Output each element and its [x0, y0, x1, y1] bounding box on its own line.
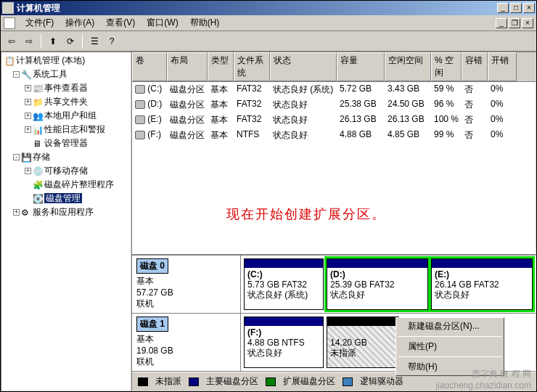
window-title: 计算机管理: [17, 2, 496, 15]
tree-perf[interactable]: +📊性能日志和警报: [3, 123, 129, 136]
properties-button[interactable]: ☰: [86, 33, 102, 49]
col-layout[interactable]: 布局: [167, 52, 208, 81]
volume-icon: [135, 115, 145, 124]
mdi-minimize-button[interactable]: _: [496, 18, 507, 28]
disk-0-status: 联机: [136, 298, 154, 309]
expand-icon[interactable]: -: [13, 154, 20, 160]
menu-window[interactable]: 窗口(W): [141, 15, 184, 30]
volume-icon: [135, 100, 145, 109]
tree-diskmgmt[interactable]: 💽磁盘管理: [3, 192, 129, 205]
menubar: 文件(F) 操作(A) 查看(V) 窗口(W) 帮助(H) _ ❐ ×: [1, 15, 536, 31]
disk-1-type: 基本: [136, 334, 154, 344]
partition-f[interactable]: (F:)4.88 GB NTFS状态良好: [244, 317, 324, 368]
expand-icon[interactable]: +: [25, 126, 31, 133]
close-button[interactable]: ×: [523, 3, 535, 13]
ctx-properties[interactable]: 属性(P): [396, 338, 504, 355]
mdi-restore-button[interactable]: ❐: [509, 18, 520, 28]
expand-icon[interactable]: +: [13, 209, 20, 216]
partition-unallocated[interactable]: 14.20 GB未指派: [327, 317, 399, 368]
volume-row[interactable]: (C:)磁盘分区基本FAT32状态良好 (系统)5.72 GB3.43 GB59…: [132, 82, 536, 97]
up-button[interactable]: ⬆: [45, 33, 61, 49]
tree-shared[interactable]: +📁共享文件夹: [3, 95, 129, 109]
col-pctfree[interactable]: % 空闲: [431, 52, 462, 81]
disk-0-size: 57.27 GB: [136, 287, 173, 298]
expand-icon[interactable]: +: [25, 85, 31, 91]
tree-panel[interactable]: 📋计算机管理 (本地) -🔧系统工具 +📰事件查看器 +📁共享文件夹 +👥本地用…: [1, 52, 131, 391]
expand-icon[interactable]: +: [25, 168, 31, 174]
watermark: 查字典 教 程 网 jiaocheng.chazidian.com: [436, 368, 531, 391]
col-status[interactable]: 状态: [270, 52, 337, 81]
volume-row[interactable]: (F:)磁盘分区基本NTFS状态良好4.88 GB4.85 GB99 %否0%: [132, 128, 536, 143]
right-panel: 卷 布局 类型 文件系统 状态 容量 空闲空间 % 空闲 容错 开销 (C:)磁…: [131, 52, 536, 391]
expand-icon[interactable]: +: [25, 113, 31, 119]
annotation-text: 现在开始创建扩展分区。: [226, 205, 386, 223]
volume-icon: [135, 131, 145, 139]
tree-defrag[interactable]: 🧩磁盘碎片整理程序: [3, 178, 129, 192]
partition-d[interactable]: (D:)25.39 GB FAT32状态良好: [327, 258, 428, 310]
back-button[interactable]: ⇦: [4, 33, 20, 49]
col-ft[interactable]: 容错: [462, 52, 488, 81]
legend-logical-swatch: [343, 377, 353, 386]
tree-systools[interactable]: -🔧系统工具: [3, 68, 129, 81]
tree-users[interactable]: +👥本地用户和组: [3, 109, 129, 123]
partition-e[interactable]: (E:)26.14 GB FAT32状态良好: [431, 258, 533, 310]
volume-row[interactable]: (D:)磁盘分区基本FAT32状态良好25.38 GB24.50 GB96 %否…: [132, 97, 536, 113]
tree-eventviewer[interactable]: +📰事件查看器: [3, 81, 129, 95]
menu-help[interactable]: 帮助(H): [184, 15, 226, 30]
menu-view[interactable]: 查看(V): [100, 15, 141, 30]
maximize-button[interactable]: □: [510, 3, 522, 13]
titlebar: 计算机管理 _ □ ×: [1, 1, 536, 15]
disk-0-row: 磁盘 0 基本 57.27 GB 联机 (C:)5.73 GB FAT32状态良…: [132, 256, 536, 314]
col-volume[interactable]: 卷: [132, 52, 167, 81]
context-menu: 新建磁盘分区(N)... 属性(P) 帮助(H): [395, 317, 504, 376]
refresh-button[interactable]: ⟳: [62, 33, 78, 49]
disk-0-label[interactable]: 磁盘 0 基本 57.27 GB 联机: [132, 256, 241, 313]
disk-1-size: 19.08 GB: [136, 346, 173, 356]
disk-1-status: 联机: [136, 356, 154, 367]
menu-file[interactable]: 文件(F): [20, 15, 60, 30]
col-capacity[interactable]: 容量: [337, 52, 385, 81]
ctx-new-partition[interactable]: 新建磁盘分区(N)...: [396, 318, 504, 335]
col-free[interactable]: 空闲空间: [385, 52, 431, 81]
tree-root[interactable]: 📋计算机管理 (本地): [3, 54, 129, 68]
volume-row[interactable]: (E:)磁盘分区基本FAT32状态良好26.13 GB26.13 GB100 %…: [132, 113, 536, 128]
menu-action[interactable]: 操作(A): [60, 15, 100, 30]
disk-1-label[interactable]: 磁盘 1 基本 19.08 GB 联机: [132, 314, 241, 371]
legend-unalloc-swatch: [138, 377, 148, 386]
partition-c[interactable]: (C:)5.73 GB FAT32状态良好 (系统): [244, 258, 324, 310]
expand-icon[interactable]: +: [25, 99, 31, 105]
minimize-button[interactable]: _: [497, 3, 509, 13]
legend-primary-swatch: [189, 377, 199, 386]
grid-body[interactable]: (C:)磁盘分区基本FAT32状态良好 (系统)5.72 GB3.43 GB59…: [132, 82, 536, 254]
grid-header: 卷 布局 类型 文件系统 状态 容量 空闲空间 % 空闲 容错 开销: [132, 52, 536, 82]
col-type[interactable]: 类型: [208, 52, 234, 81]
help-button[interactable]: ?: [104, 33, 120, 49]
legend-extended-swatch: [266, 377, 276, 386]
expand-icon[interactable]: -: [13, 71, 20, 78]
forward-button[interactable]: ⇨: [21, 33, 37, 49]
tree-services[interactable]: +⚙服务和应用程序: [3, 205, 129, 219]
mmc-icon: [4, 17, 15, 29]
col-overhead[interactable]: 开销: [488, 52, 517, 81]
app-icon: [2, 2, 14, 14]
tree-storage[interactable]: -💾存储: [3, 150, 129, 164]
mdi-close-button[interactable]: ×: [522, 18, 533, 28]
col-fs[interactable]: 文件系统: [234, 52, 270, 81]
volume-icon: [135, 85, 145, 94]
disk-0-type: 基本: [136, 276, 154, 286]
tree-devmgr[interactable]: 🖥设备管理器: [3, 136, 129, 150]
disk-1-title: 磁盘 1: [136, 317, 168, 332]
disk-0-title: 磁盘 0: [136, 258, 168, 274]
toolbar: ⇦ ⇨ ⬆ ⟳ ☰ ?: [1, 31, 536, 52]
tree-removable[interactable]: +💿可移动存储: [3, 164, 129, 178]
